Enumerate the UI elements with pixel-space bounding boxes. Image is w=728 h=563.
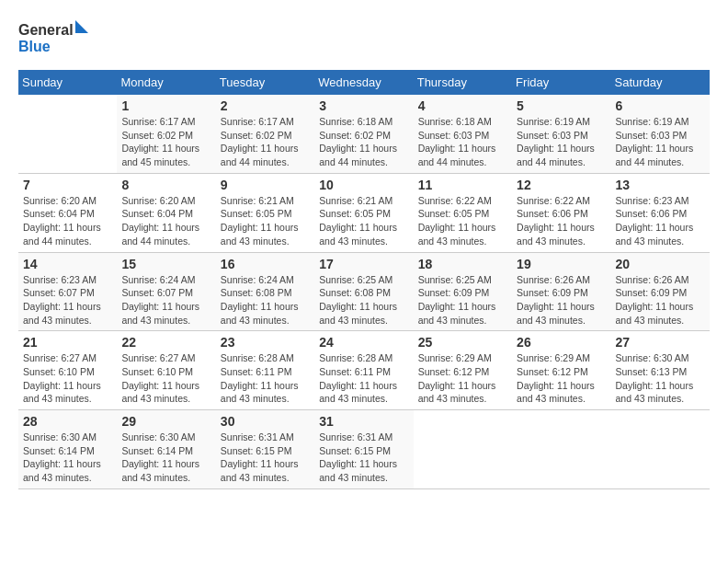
day-number: 25 [418,335,507,350]
calendar-cell: 31Sunrise: 6:31 AM Sunset: 6:15 PM Dayli… [314,410,413,489]
day-number: 7 [23,178,112,192]
calendar-cell: 22Sunrise: 6:27 AM Sunset: 6:10 PM Dayli… [117,331,215,410]
calendar-cell: 20Sunrise: 6:26 AM Sunset: 6:09 PM Dayli… [611,252,710,331]
day-number: 30 [221,414,310,429]
calendar-cell [512,410,610,489]
calendar-cell: 7Sunrise: 6:20 AM Sunset: 6:04 PM Daylig… [18,173,117,252]
day-number: 4 [418,98,507,113]
day-number: 23 [221,335,310,350]
day-number: 3 [319,98,408,113]
day-info: Sunrise: 6:31 AM Sunset: 6:15 PM Dayligh… [221,431,310,485]
day-header-friday: Friday [512,70,610,95]
calendar-cell: 18Sunrise: 6:25 AM Sunset: 6:09 PM Dayli… [414,252,512,331]
day-info: Sunrise: 6:22 AM Sunset: 6:05 PM Dayligh… [418,194,507,248]
page-header: GeneralBlue [18,18,710,55]
day-header-wednesday: Wednesday [314,70,413,95]
day-info: Sunrise: 6:27 AM Sunset: 6:10 PM Dayligh… [23,351,112,406]
day-number: 31 [319,414,408,429]
day-info: Sunrise: 6:30 AM Sunset: 6:14 PM Dayligh… [23,431,112,485]
calendar-cell: 12Sunrise: 6:22 AM Sunset: 6:06 PM Dayli… [512,173,610,252]
day-number: 5 [517,98,606,113]
day-info: Sunrise: 6:29 AM Sunset: 6:12 PM Dayligh… [418,351,507,406]
day-info: Sunrise: 6:24 AM Sunset: 6:07 PM Dayligh… [121,273,210,327]
calendar-cell: 26Sunrise: 6:29 AM Sunset: 6:12 PM Dayli… [512,331,610,410]
calendar-cell: 19Sunrise: 6:26 AM Sunset: 6:09 PM Dayli… [512,252,610,331]
day-number: 13 [616,178,705,192]
week-row-3: 14Sunrise: 6:23 AM Sunset: 6:07 PM Dayli… [18,252,710,331]
calendar-table: SundayMondayTuesdayWednesdayThursdayFrid… [18,70,710,489]
calendar-cell [18,95,117,173]
day-info: Sunrise: 6:23 AM Sunset: 6:06 PM Dayligh… [616,194,705,248]
day-header-monday: Monday [117,70,215,95]
day-info: Sunrise: 6:30 AM Sunset: 6:13 PM Dayligh… [616,351,705,406]
day-number: 2 [221,98,310,113]
day-number: 19 [517,257,606,271]
day-number: 8 [121,178,210,192]
day-header-tuesday: Tuesday [216,70,314,95]
day-info: Sunrise: 6:29 AM Sunset: 6:12 PM Dayligh… [517,351,606,406]
day-info: Sunrise: 6:30 AM Sunset: 6:14 PM Dayligh… [121,431,210,485]
calendar-cell: 8Sunrise: 6:20 AM Sunset: 6:04 PM Daylig… [117,173,215,252]
day-info: Sunrise: 6:21 AM Sunset: 6:05 PM Dayligh… [221,194,310,248]
calendar-cell: 24Sunrise: 6:28 AM Sunset: 6:11 PM Dayli… [314,331,413,410]
calendar-cell: 29Sunrise: 6:30 AM Sunset: 6:14 PM Dayli… [117,410,215,489]
day-info: Sunrise: 6:28 AM Sunset: 6:11 PM Dayligh… [221,351,310,406]
week-row-1: 1Sunrise: 6:17 AM Sunset: 6:02 PM Daylig… [18,95,710,173]
calendar-cell: 4Sunrise: 6:18 AM Sunset: 6:03 PM Daylig… [414,95,512,173]
day-info: Sunrise: 6:28 AM Sunset: 6:11 PM Dayligh… [319,351,408,406]
svg-marker-2 [75,20,88,33]
day-info: Sunrise: 6:19 AM Sunset: 6:03 PM Dayligh… [517,115,606,169]
day-info: Sunrise: 6:21 AM Sunset: 6:05 PM Dayligh… [319,194,408,248]
day-number: 24 [319,335,408,350]
calendar-cell: 23Sunrise: 6:28 AM Sunset: 6:11 PM Dayli… [216,331,314,410]
day-info: Sunrise: 6:17 AM Sunset: 6:02 PM Dayligh… [221,115,310,169]
day-info: Sunrise: 6:25 AM Sunset: 6:09 PM Dayligh… [418,273,507,327]
calendar-cell: 13Sunrise: 6:23 AM Sunset: 6:06 PM Dayli… [611,173,710,252]
calendar-cell: 2Sunrise: 6:17 AM Sunset: 6:02 PM Daylig… [216,95,314,173]
day-number: 18 [418,257,507,271]
day-info: Sunrise: 6:18 AM Sunset: 6:03 PM Dayligh… [418,115,507,169]
calendar-cell: 30Sunrise: 6:31 AM Sunset: 6:15 PM Dayli… [216,410,314,489]
day-info: Sunrise: 6:25 AM Sunset: 6:08 PM Dayligh… [319,273,408,327]
day-info: Sunrise: 6:24 AM Sunset: 6:08 PM Dayligh… [221,273,310,327]
day-number: 21 [23,335,112,350]
day-header-thursday: Thursday [414,70,512,95]
calendar-cell: 3Sunrise: 6:18 AM Sunset: 6:02 PM Daylig… [314,95,413,173]
week-row-4: 21Sunrise: 6:27 AM Sunset: 6:10 PM Dayli… [18,331,710,410]
day-number: 16 [221,257,310,271]
calendar-cell: 21Sunrise: 6:27 AM Sunset: 6:10 PM Dayli… [18,331,117,410]
day-header-saturday: Saturday [611,70,710,95]
day-number: 6 [616,98,705,113]
day-number: 22 [121,335,210,350]
day-info: Sunrise: 6:26 AM Sunset: 6:09 PM Dayligh… [517,273,606,327]
calendar-cell: 17Sunrise: 6:25 AM Sunset: 6:08 PM Dayli… [314,252,413,331]
svg-text:General: General [18,22,74,38]
day-number: 9 [221,178,310,192]
day-number: 17 [319,257,408,271]
day-info: Sunrise: 6:31 AM Sunset: 6:15 PM Dayligh… [319,431,408,485]
day-info: Sunrise: 6:22 AM Sunset: 6:06 PM Dayligh… [517,194,606,248]
day-number: 11 [418,178,507,192]
calendar-cell: 28Sunrise: 6:30 AM Sunset: 6:14 PM Dayli… [18,410,117,489]
day-number: 15 [121,257,210,271]
day-info: Sunrise: 6:20 AM Sunset: 6:04 PM Dayligh… [121,194,210,248]
week-row-5: 28Sunrise: 6:30 AM Sunset: 6:14 PM Dayli… [18,410,710,489]
logo: GeneralBlue [18,18,97,55]
day-number: 28 [23,414,112,429]
calendar-cell: 16Sunrise: 6:24 AM Sunset: 6:08 PM Dayli… [216,252,314,331]
day-info: Sunrise: 6:26 AM Sunset: 6:09 PM Dayligh… [616,273,705,327]
logo-icon: GeneralBlue [18,18,92,55]
day-number: 1 [121,98,210,113]
day-number: 26 [517,335,606,350]
day-number: 20 [616,257,705,271]
calendar-cell: 14Sunrise: 6:23 AM Sunset: 6:07 PM Dayli… [18,252,117,331]
calendar-cell: 25Sunrise: 6:29 AM Sunset: 6:12 PM Dayli… [414,331,512,410]
day-number: 12 [517,178,606,192]
day-number: 10 [319,178,408,192]
calendar-cell: 10Sunrise: 6:21 AM Sunset: 6:05 PM Dayli… [314,173,413,252]
calendar-cell: 11Sunrise: 6:22 AM Sunset: 6:05 PM Dayli… [414,173,512,252]
calendar-cell: 1Sunrise: 6:17 AM Sunset: 6:02 PM Daylig… [117,95,215,173]
day-info: Sunrise: 6:17 AM Sunset: 6:02 PM Dayligh… [121,115,210,169]
day-number: 27 [616,335,705,350]
calendar-cell: 5Sunrise: 6:19 AM Sunset: 6:03 PM Daylig… [512,95,610,173]
